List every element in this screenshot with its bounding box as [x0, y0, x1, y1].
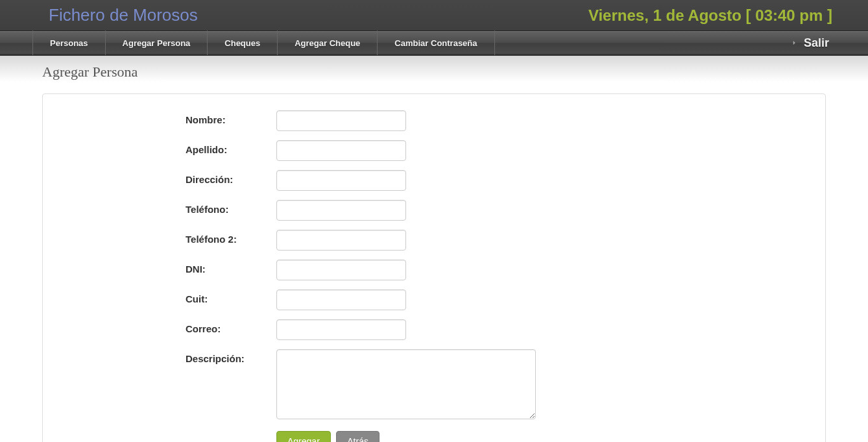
- header-datetime: Viernes, 1 de Agosto [ 03:40 pm ]: [588, 6, 832, 25]
- input-correo[interactable]: [276, 319, 406, 340]
- app-title: Fichero de Morosos: [49, 5, 198, 25]
- nav-bar: Personas Agregar Persona Cheques Agregar…: [0, 31, 868, 56]
- form-row-telefono: Teléfono:: [56, 200, 812, 221]
- label-apellido: Apellido:: [56, 140, 276, 155]
- input-telefono[interactable]: [276, 200, 406, 221]
- input-telefono2[interactable]: [276, 230, 406, 251]
- input-cuit[interactable]: [276, 289, 406, 310]
- form-row-nombre: Nombre:: [56, 110, 812, 131]
- nav-item-cheques[interactable]: Cheques: [208, 31, 278, 55]
- label-direccion: Dirección:: [56, 170, 276, 185]
- arrow-right-icon: [790, 38, 799, 47]
- input-direccion[interactable]: [276, 170, 406, 191]
- form-panel: Nombre: Apellido: Dirección: Teléfono: T…: [42, 93, 826, 442]
- nav-item-agregar-persona[interactable]: Agregar Persona: [106, 31, 208, 55]
- form-row-apellido: Apellido:: [56, 140, 812, 161]
- label-nombre: Nombre:: [56, 110, 276, 125]
- nav-item-cambiar-contrasena[interactable]: Cambiar Contraseña: [378, 31, 494, 55]
- textarea-descripcion[interactable]: [276, 349, 536, 419]
- form-row-correo: Correo:: [56, 319, 812, 340]
- input-nombre[interactable]: [276, 110, 406, 131]
- input-apellido[interactable]: [276, 140, 406, 161]
- label-correo: Correo:: [56, 319, 276, 334]
- nav-exit[interactable]: Salir: [790, 36, 829, 50]
- header-bar: Fichero de Morosos Viernes, 1 de Agosto …: [0, 0, 868, 31]
- nav-exit-label: Salir: [804, 36, 829, 50]
- label-dni: DNI:: [56, 260, 276, 275]
- page-heading: Agregar Persona: [42, 64, 826, 80]
- nav-items: Personas Agregar Persona Cheques Agregar…: [32, 31, 495, 55]
- form-row-cuit: Cuit:: [56, 289, 812, 310]
- submit-button[interactable]: Agregar: [276, 431, 331, 442]
- label-telefono2: Teléfono 2:: [56, 230, 276, 245]
- form-row-telefono2: Teléfono 2:: [56, 230, 812, 251]
- nav-item-agregar-cheque[interactable]: Agregar Cheque: [278, 31, 378, 55]
- form-row-direccion: Dirección:: [56, 170, 812, 191]
- back-button[interactable]: Atrás: [336, 431, 380, 442]
- form-row-descripcion: Descripción:: [56, 349, 812, 419]
- form-row-dni: DNI:: [56, 260, 812, 280]
- input-dni[interactable]: [276, 260, 406, 280]
- buttons-row: Agregar Atrás: [276, 431, 812, 442]
- label-cuit: Cuit:: [56, 289, 276, 304]
- label-descripcion: Descripción:: [56, 349, 276, 364]
- label-telefono: Teléfono:: [56, 200, 276, 215]
- nav-item-personas[interactable]: Personas: [32, 31, 106, 55]
- content: Agregar Persona Nombre: Apellido: Direcc…: [0, 64, 868, 442]
